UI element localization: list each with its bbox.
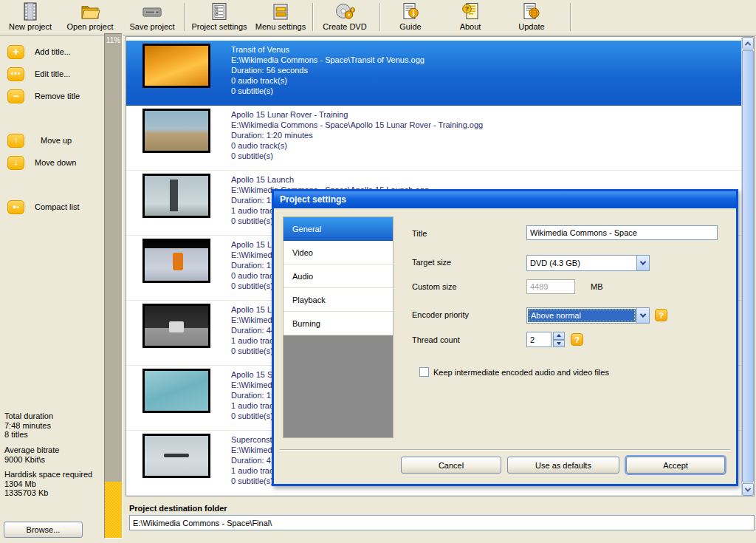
sidebar-button-label: Compact list (35, 202, 80, 211)
guide-doc-icon (402, 1, 420, 21)
keep-files-checkbox[interactable] (419, 367, 429, 377)
tab-audio[interactable]: Audio (284, 264, 393, 288)
compact-list-button[interactable]: ●● Compact list (7, 199, 80, 215)
item-duration: Duration: 56 seconds (231, 65, 425, 75)
item-audio: 0 audio track(s) (231, 75, 425, 86)
encoder-priority-dropdown[interactable]: Above normal (526, 307, 650, 324)
update-globe-icon (522, 1, 541, 21)
scroll-up-button[interactable] (742, 37, 754, 49)
guide-button[interactable]: Guide (391, 1, 430, 34)
toolbar-separator (379, 3, 380, 31)
stat-label: Total duration (4, 411, 53, 421)
thread-count-stepper[interactable] (553, 332, 565, 347)
video-thumbnail (142, 174, 210, 218)
stat-value: 8 titles (4, 430, 53, 440)
new-project-button[interactable]: New project (6, 1, 55, 34)
chevron-down-icon (640, 259, 646, 264)
chevron-down-icon (745, 485, 751, 491)
tab-playback[interactable]: Playback (284, 288, 393, 312)
dropdown-button[interactable] (636, 256, 649, 270)
tab-video[interactable]: Video (284, 241, 393, 264)
tab-general[interactable]: General (284, 217, 393, 241)
project-settings-button[interactable]: Project settings (188, 1, 251, 34)
target-size-dropdown[interactable]: DVD (4.3 GB) (526, 255, 650, 271)
toolbar-label: About (460, 22, 481, 31)
disc-capacity-bar: 11% (104, 33, 123, 539)
item-audio: 0 audio track(s) (231, 140, 483, 151)
stat-label: Average bitrate (4, 445, 59, 455)
scrollbar-thumb[interactable] (742, 50, 754, 482)
chevron-up-icon (745, 41, 751, 47)
toolbar-separator (312, 3, 313, 31)
toolbar-label: New project (9, 22, 52, 31)
accept-button[interactable]: Accept (626, 457, 725, 474)
keep-files-checkbox-row[interactable]: Keep intermediate encoded audio and vide… (419, 367, 609, 377)
edit-title-button[interactable]: ••• Edit title... (7, 66, 70, 82)
custom-size-input[interactable] (526, 279, 575, 294)
encoder-priority-label: Encoder priority (412, 310, 469, 319)
toolbar-label: Save project (129, 22, 174, 31)
about-button[interactable]: ? About (450, 1, 490, 34)
title-field-input[interactable] (526, 225, 718, 240)
menu-settings-button[interactable]: Menu settings (251, 1, 310, 34)
remove-title-button[interactable]: − Remove title (7, 88, 80, 104)
stepper-down-button[interactable] (553, 340, 565, 348)
cancel-button[interactable]: Cancel (401, 457, 501, 474)
main-toolbar: New project Open project Save project Pr… (0, 0, 756, 35)
encoder-priority-value: Above normal (528, 309, 636, 322)
settings-doc-icon (210, 1, 228, 21)
toolbar-label: Open project (67, 22, 114, 31)
total-duration-stats: Total duration 7:48 minutes 8 titles (4, 411, 53, 440)
move-down-button[interactable]: ↓ Move down (7, 154, 76, 171)
move-up-button[interactable]: ↑ Move up (7, 132, 72, 148)
list-item[interactable]: Transit of Venus E:\Wikimedia Commons - … (126, 41, 741, 106)
custom-size-unit-label: MB (591, 282, 603, 291)
toolbar-separator (570, 3, 571, 31)
settings-tab-panel: General Video Audio Playback Burning (283, 216, 394, 438)
triangle-up-icon (557, 334, 561, 337)
list-scrollbar[interactable] (741, 37, 754, 496)
thread-count-input[interactable] (526, 332, 551, 347)
video-thumbnail (142, 44, 210, 88)
encoder-priority-help-button[interactable]: ? (655, 309, 667, 321)
film-icon (21, 1, 40, 21)
triangle-down-icon (557, 342, 561, 345)
thread-count-help-button[interactable]: ? (571, 333, 583, 346)
destination-folder-label: Project destination folder (129, 504, 227, 513)
stepper-up-button[interactable] (553, 332, 565, 340)
video-thumbnail (142, 434, 210, 478)
open-folder-icon (80, 1, 100, 21)
update-button[interactable]: Update (509, 1, 554, 34)
tab-burning[interactable]: Burning (284, 312, 393, 335)
item-subtitles: 0 subtitle(s) (231, 86, 425, 96)
dialog-title: Project settings (280, 194, 346, 205)
open-project-button[interactable]: Open project (62, 1, 118, 34)
item-title: Apollo 15 Lunar Rover - Training (231, 109, 483, 120)
stat-value: 9000 Kbit\s (4, 455, 59, 465)
compact-list-icon: ●● (7, 200, 24, 214)
capacity-fill (105, 482, 122, 538)
scroll-down-button[interactable] (742, 483, 754, 496)
item-subtitles: 0 subtitle(s) (231, 151, 483, 161)
destination-folder-input[interactable] (129, 515, 755, 530)
add-title-button[interactable]: + Add title... (7, 44, 71, 60)
disk-drive-icon (142, 1, 162, 21)
ellipsis-icon: ••• (7, 67, 24, 81)
item-path: E:\Wikimedia Commons - Space\Apollo 15 L… (231, 120, 483, 130)
sidebar-button-label: Edit title... (35, 69, 70, 78)
toolbar-separator (184, 3, 185, 31)
list-item[interactable]: Apollo 15 Lunar Rover - Training E:\Wiki… (126, 106, 741, 171)
browse-button[interactable]: Browse... (4, 522, 83, 538)
use-as-defaults-button[interactable]: Use as defaults (507, 457, 619, 474)
video-thumbnail (142, 304, 210, 348)
dvd-disc-gears-icon (334, 1, 355, 21)
sidebar-button-label: Move up (41, 136, 72, 145)
disk-space-stats: Harddisk space required 1304 Mb 1335703 … (4, 470, 92, 498)
dialog-titlebar[interactable]: Project settings (274, 191, 736, 208)
project-settings-dialog: Project settings General Video Audio Pla… (272, 189, 738, 486)
video-thumbnail (142, 109, 210, 153)
dropdown-button[interactable] (636, 308, 649, 323)
create-dvd-button[interactable]: Create DVD (320, 1, 369, 34)
stat-label: Harddisk space required (4, 470, 92, 479)
save-project-button[interactable]: Save project (124, 1, 180, 34)
